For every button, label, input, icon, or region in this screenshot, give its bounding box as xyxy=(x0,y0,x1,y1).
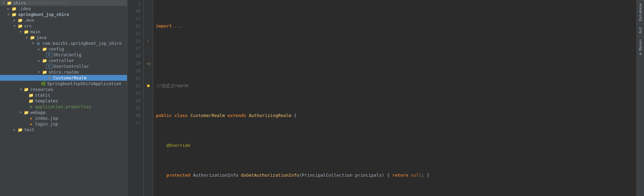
jsp-icon-login: ▪ xyxy=(28,122,34,126)
label-idea: .idea xyxy=(18,6,31,11)
file-tree-panel[interactable]: ▼ 📁 shiro D:\ideaPage\shiro ▶ 📁 .idea ▼ … xyxy=(0,0,127,196)
folder-icon-templates: 📁 xyxy=(28,99,34,103)
gutter-11 xyxy=(144,15,153,22)
line-num-23: 23 xyxy=(129,90,141,97)
editor-gutter: ↑ ↑ @ xyxy=(144,0,153,196)
tree-static[interactable]: 📁 static xyxy=(0,92,127,98)
class-icon-shiroconfig: C xyxy=(46,52,52,57)
tree-java[interactable]: ▼ 📁 java xyxy=(0,35,127,40)
gutter-21 xyxy=(144,75,153,82)
tab-database[interactable]: Database xyxy=(637,0,644,24)
arrow-java: ▼ xyxy=(24,36,29,39)
code-line-13: @Override xyxy=(156,142,634,149)
arrow-src: ▼ xyxy=(12,24,17,28)
tab-maven[interactable]: m Maven xyxy=(637,36,644,58)
folder-icon-idea: 📁 xyxy=(11,6,17,11)
tree-root-shiro[interactable]: ▼ 📁 shiro D:\ideaPage\shiro xyxy=(0,0,127,6)
arrow-shiro-realms: ▼ xyxy=(37,70,41,74)
tree-app-properties[interactable]: ⚙ application.properties xyxy=(0,104,127,110)
tree-shiro-realms[interactable]: ▼ 📁 shiro.realms xyxy=(0,69,127,75)
folder-icon-controller: 📁 xyxy=(41,58,48,63)
folder-icon-test: 📁 xyxy=(17,128,23,132)
gutter-13 xyxy=(144,30,153,37)
label-springboot: springboot_jsp_shiro xyxy=(18,12,69,17)
folder-icon-shiro: 📁 xyxy=(6,1,12,5)
folder-icon-webapp: 📁 xyxy=(23,110,29,115)
label-mvn: .mvn xyxy=(24,18,34,23)
gutter-20 xyxy=(144,67,153,75)
gutter-24 xyxy=(144,97,153,104)
gutter-23 xyxy=(144,90,153,97)
tree-idea[interactable]: ▶ 📁 .idea xyxy=(0,6,127,12)
line-num-27: 27 xyxy=(129,119,141,127)
tree-login-jsp[interactable]: ▪ login.jsp xyxy=(0,121,127,127)
label-src: src xyxy=(24,23,32,28)
label-controller: controller xyxy=(49,58,74,63)
spring-icon-app: 🌿 xyxy=(40,81,46,86)
label-main: main xyxy=(30,29,40,34)
folder-icon-resources: 📁 xyxy=(23,87,29,92)
tree-mvn[interactable]: ▶ 📁 .mvn xyxy=(0,17,127,23)
label-index-jsp: index.jsp xyxy=(35,116,58,121)
badge-dot-22 xyxy=(147,84,150,87)
line-num-22: 22 xyxy=(129,82,141,90)
tree-src[interactable]: ▼ 📁 src xyxy=(0,23,127,29)
tree-templates[interactable]: 📁 templates xyxy=(0,98,127,104)
label-java: java xyxy=(36,35,47,40)
tab-ant[interactable]: Ant xyxy=(637,24,644,36)
tree-springboot-app[interactable]: 🌿 SpringbootJspShiroApplication xyxy=(0,81,127,86)
tree-com-baizhi[interactable]: ▼ ▤ com.baizhi.springboot_jsp_shiro xyxy=(0,40,127,46)
path-shiro: D:\ideaPage\shiro xyxy=(28,1,67,5)
properties-icon: ⚙ xyxy=(28,104,34,109)
gutter-3 xyxy=(144,0,153,7)
gutter-14: ↑ xyxy=(144,37,153,45)
right-panel-tabs: Database Ant m Maven xyxy=(637,0,644,196)
tree-controller[interactable]: ▶ 📁 controller xyxy=(0,58,127,63)
jsp-icon-index: ▪ xyxy=(28,116,34,121)
code-line-12: public class CustomerRealm extends Autho… xyxy=(156,112,634,119)
tree-springboot-jsp-shiro[interactable]: ▼ 📁 springboot_jsp_shiro xyxy=(0,12,127,17)
gutter-12 xyxy=(144,22,153,30)
tree-config[interactable]: ▶ 📁 config xyxy=(0,46,127,52)
code-content[interactable]: import ... //自定义realm public class Custo… xyxy=(153,0,637,196)
tree-customerrealm[interactable]: C CustomerRealm xyxy=(0,75,127,81)
tree-index-jsp[interactable]: ▪ index.jsp xyxy=(0,115,127,121)
line-numbers: 3 10 11 12 13 14 17 18 19 20 21 22 23 24… xyxy=(127,0,144,196)
tree-shiroconfig[interactable]: C ShiroConfig xyxy=(0,52,127,58)
arrow-controller: ▶ xyxy=(37,59,41,62)
label-shiro: shiro xyxy=(13,0,26,5)
gutter-27 xyxy=(144,119,153,127)
line-num-10: 10 xyxy=(129,7,141,15)
code-line-10 xyxy=(156,52,634,60)
code-line-11: //自定义realm xyxy=(156,82,634,90)
label-webapp: webapp xyxy=(30,110,45,115)
gutter-17 xyxy=(144,45,153,52)
label-resources: resources xyxy=(30,87,53,92)
badge-arrow-19: ↑ xyxy=(146,61,148,66)
label-test: test xyxy=(24,127,34,132)
arrow-idea: ▶ xyxy=(6,7,11,11)
arrow-config: ▶ xyxy=(37,47,41,51)
tree-main[interactable]: ▼ 📁 main xyxy=(0,29,127,35)
gutter-25 xyxy=(144,104,153,112)
label-app-properties: application.properties xyxy=(35,104,91,109)
code-area[interactable]: 3 10 11 12 13 14 17 18 19 20 21 22 23 24… xyxy=(127,0,637,196)
line-num-13: 13 xyxy=(129,30,141,37)
gutter-26 xyxy=(144,112,153,119)
tree-usercontroller[interactable]: C UserController xyxy=(0,63,127,69)
arrow-resources: ▼ xyxy=(18,87,23,91)
line-num-24: 24 xyxy=(129,97,141,104)
label-com-baizhi: com.baizhi.springboot_jsp_shiro xyxy=(42,41,122,46)
tree-resources[interactable]: ▼ 📁 resources xyxy=(0,86,127,92)
badge-arrow-14: ↑ xyxy=(147,39,149,43)
line-num-3: 3 xyxy=(129,0,141,7)
label-login-jsp: login.jsp xyxy=(35,121,58,126)
line-num-11: 11 xyxy=(129,15,141,22)
class-icon-customerrealm: C xyxy=(46,76,52,80)
line-num-18: 18 xyxy=(129,52,141,60)
package-icon-com-baizhi: ▤ xyxy=(35,41,41,46)
label-customerrealm: CustomerRealm xyxy=(53,75,87,80)
tree-webapp[interactable]: ▼ 📁 webapp xyxy=(0,110,127,115)
tree-test[interactable]: ▶ 📁 test xyxy=(0,127,127,133)
arrow-springboot: ▼ xyxy=(6,13,11,16)
